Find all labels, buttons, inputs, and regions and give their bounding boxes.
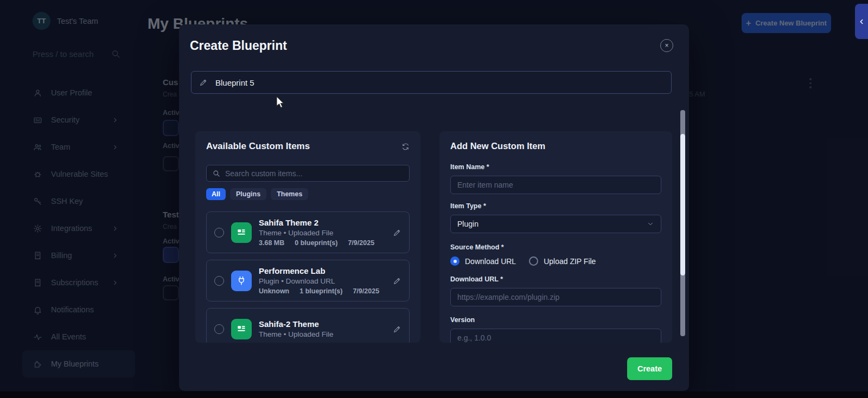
filter-chip-all[interactable]: All (206, 188, 226, 200)
item-type-value: Plugin (457, 220, 478, 228)
pencil-icon (199, 78, 208, 87)
item-type-line: Theme • Uploaded File (259, 330, 334, 338)
download-url-label: Download URL * (450, 275, 661, 283)
add-item-heading: Add New Custom Item (450, 141, 661, 151)
modal-scrollbar-thumb[interactable] (680, 134, 685, 275)
item-name: Sahifa Theme 2 (259, 218, 374, 227)
edit-pencil-icon[interactable] (393, 228, 401, 237)
item-name: Sahifa-2 Theme (259, 319, 334, 329)
item-name: Performence Lab (259, 266, 379, 275)
radio-upload-zip-label: Upload ZIP File (544, 257, 596, 266)
custom-item-card[interactable]: Sahifa Theme 2 Theme • Uploaded File 3.6… (206, 211, 410, 253)
chevron-left-icon (858, 18, 865, 25)
item-size: Unknown (259, 287, 289, 295)
collapse-drawer-tab[interactable] (855, 4, 868, 39)
close-icon[interactable]: × (660, 39, 673, 52)
search-icon (212, 169, 220, 177)
item-radio[interactable] (214, 324, 224, 334)
filter-chip-themes[interactable]: Themes (271, 188, 308, 200)
create-blueprint-modal: Create Blueprint × Available Custom Item… (179, 24, 689, 391)
theme-icon (231, 222, 252, 243)
plugin-icon (231, 271, 252, 291)
custom-items-searchbox[interactable] (206, 165, 410, 182)
blueprint-name-field[interactable] (191, 71, 672, 94)
custom-items-list: Sahifa Theme 2 Theme • Uploaded File 3.6… (206, 211, 410, 343)
item-type-line: Theme • Uploaded File (259, 229, 374, 237)
modal-title: Create Blueprint (190, 38, 287, 53)
available-items-heading: Available Custom Items (206, 141, 310, 152)
item-date: 7/9/2025 (353, 287, 379, 295)
item-type-select[interactable]: Plugin (450, 215, 661, 233)
refresh-icon[interactable] (401, 143, 410, 151)
available-custom-items-panel: Available Custom Items All Plugins Theme… (195, 131, 420, 343)
custom-item-card[interactable]: Performence Lab Plugin • Download URL Un… (206, 260, 410, 301)
radio-upload-zip[interactable] (529, 256, 538, 266)
blueprint-name-input[interactable] (215, 78, 663, 87)
app-screen: TT Test's Team My Blueprints Press / to … (0, 0, 868, 398)
custom-items-search-input[interactable] (225, 169, 404, 178)
version-label: Version (450, 316, 661, 324)
item-name-input[interactable] (450, 176, 661, 194)
theme-icon (231, 319, 252, 339)
radio-download-url-label: Download URL (465, 257, 516, 266)
item-radio[interactable] (214, 228, 224, 237)
item-type-label: Item Type * (450, 202, 661, 210)
filter-chip-plugins[interactable]: Plugins (230, 188, 266, 200)
edit-pencil-icon[interactable] (393, 277, 401, 285)
radio-download-url[interactable] (450, 256, 459, 266)
item-name-label: Item Name * (450, 163, 661, 171)
source-method-label: Source Method * (450, 243, 661, 251)
bottom-bar (0, 391, 868, 398)
item-type-line: Plugin • Download URL (259, 277, 379, 285)
edit-pencil-icon[interactable] (393, 325, 401, 333)
item-size: 3.68 MB (259, 239, 284, 247)
item-date: 7/9/2025 (348, 239, 374, 247)
item-blueprint-count: 0 blueprint(s) (295, 239, 337, 247)
item-blueprint-count: 1 blueprint(s) (299, 287, 342, 295)
chevron-down-icon (647, 220, 654, 228)
add-new-custom-item-panel: Add New Custom Item Item Name * Item Typ… (439, 131, 672, 343)
version-input[interactable] (450, 329, 661, 343)
modal-scrollbar-track[interactable] (680, 110, 685, 336)
create-button[interactable]: Create (627, 357, 672, 380)
custom-item-card[interactable]: Sahifa-2 Theme Theme • Uploaded File (206, 308, 410, 343)
item-radio[interactable] (214, 276, 224, 286)
mouse-cursor (276, 97, 285, 108)
download-url-input[interactable] (450, 288, 661, 306)
